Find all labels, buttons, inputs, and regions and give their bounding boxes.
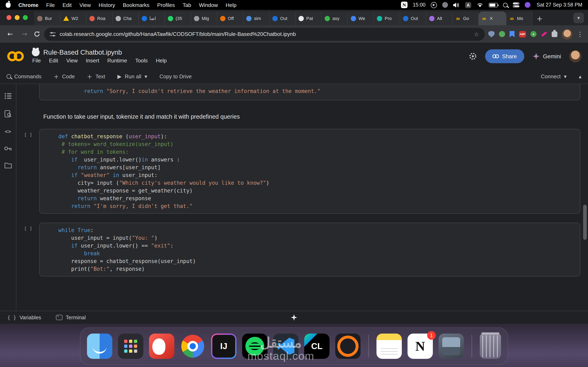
input-source-icon[interactable]: A <box>465 2 471 8</box>
settings-gear-icon[interactable] <box>468 52 477 60</box>
tab-search-button[interactable]: ▾ <box>573 13 584 23</box>
gemini-button[interactable]: Gemini <box>532 53 561 60</box>
bookmark-star-icon[interactable]: ☆ <box>474 31 479 37</box>
table-of-contents-icon[interactable] <box>4 93 12 99</box>
browser-tab[interactable]: ∞Go <box>452 11 479 25</box>
app-status-dot-icon[interactable] <box>525 2 530 8</box>
browser-tab[interactable]: ∞Mo <box>506 11 532 25</box>
collapse-header-icon[interactable]: ▴ <box>579 73 581 80</box>
browser-tab[interactable]: Off <box>217 11 243 25</box>
play-circle-icon[interactable]: ▶ <box>431 2 437 8</box>
browser-tab[interactable]: Cha <box>113 11 139 25</box>
apple-menu-icon[interactable] <box>6 2 11 8</box>
browser-tab[interactable]: Pro <box>374 11 400 25</box>
site-settings-icon[interactable] <box>50 32 56 36</box>
dock-trash-icon[interactable] <box>480 334 501 359</box>
gemini-spark-button[interactable] <box>291 314 297 322</box>
new-tab-button[interactable]: + <box>532 14 547 25</box>
address-bar[interactable]: colab.research.google.com/github/HanaATa… <box>44 27 485 41</box>
browser-tab[interactable]: Roa <box>86 11 113 25</box>
browser-menu-icon[interactable]: ⋮ <box>577 30 583 38</box>
add-text-button[interactable]: +Text <box>87 73 105 80</box>
menubar-item[interactable]: Help <box>226 2 237 8</box>
browser-tab[interactable]: asy <box>322 11 348 25</box>
extensions-puzzle-icon[interactable] <box>552 31 557 37</box>
colab-menu-item[interactable]: Help <box>153 57 171 64</box>
commands-button[interactable]: Commands <box>7 73 42 80</box>
dock-clion-icon[interactable]: CL <box>304 334 329 359</box>
spotlight-icon[interactable] <box>503 3 508 7</box>
tab-close-icon[interactable]: × <box>489 16 493 21</box>
code-snippets-icon[interactable]: <> <box>5 128 11 134</box>
colab-menu-item[interactable]: View <box>63 57 82 64</box>
browser-tab[interactable]: Bur <box>34 11 61 25</box>
dock-notes-icon[interactable] <box>376 334 402 359</box>
code-cell[interactable]: [ ] while True: user_input = input("You:… <box>39 223 580 276</box>
connect-button[interactable]: Connect▾ <box>541 73 567 80</box>
browser-tab[interactable]: Alt <box>426 11 452 25</box>
browser-tab[interactable]: Mig <box>191 11 217 25</box>
secrets-key-icon[interactable] <box>4 146 12 151</box>
colab-menu-item[interactable]: File <box>29 57 45 64</box>
code-cell[interactable]: [ ] return "Sorry, I couldn't retrieve t… <box>39 84 580 100</box>
copy-to-drive-button[interactable]: Copy to Drive <box>159 73 192 80</box>
browser-tab[interactable]: ∞× <box>479 11 506 25</box>
run-all-button[interactable]: ▶Run all▾ <box>117 73 147 80</box>
colab-menu-item[interactable]: Insert <box>83 57 104 64</box>
browser-tab[interactable]: (35 <box>165 11 191 25</box>
dock-redapp-icon[interactable] <box>149 334 174 359</box>
browser-tab[interactable]: sim <box>243 11 269 25</box>
dock-spotify-icon[interactable] <box>242 334 268 359</box>
browser-tab[interactable]: Out <box>269 11 296 25</box>
notion-menubar-icon[interactable]: N <box>401 2 407 8</box>
menubar-item[interactable]: Bookmarks <box>123 2 149 8</box>
vertical-scrollbar[interactable] <box>583 205 587 240</box>
variables-button[interactable]: { }Variables <box>7 314 41 320</box>
account-avatar[interactable] <box>569 50 581 62</box>
adblock-plus-icon[interactable]: ABP <box>519 31 526 37</box>
files-folder-icon[interactable] <box>4 162 12 168</box>
menubar-item[interactable]: Profiles <box>157 2 175 8</box>
dock-intellij-icon[interactable]: IJ <box>211 334 236 359</box>
menubar-item[interactable]: Tab <box>183 2 191 8</box>
highlighter-extension-icon[interactable] <box>541 31 547 37</box>
terminal-button[interactable]: Terminal <box>56 314 86 320</box>
volume-icon[interactable] <box>453 2 460 8</box>
menubar-item[interactable]: History <box>99 2 115 8</box>
menubar-item[interactable]: Edit <box>62 2 72 8</box>
colab-menu-item[interactable]: Tools <box>132 57 152 64</box>
cell-run-bracket[interactable]: [ ] <box>24 132 32 137</box>
forward-button[interactable]: → <box>19 30 30 38</box>
url-text[interactable]: colab.research.google.com/github/HanaATa… <box>60 31 470 37</box>
close-window-button[interactable] <box>7 15 11 20</box>
colab-menu-item[interactable]: Runtime <box>104 57 132 64</box>
browser-tab[interactable]: اضا <box>139 11 165 25</box>
minimize-window-button[interactable] <box>15 15 20 20</box>
battery-icon[interactable] <box>489 3 498 7</box>
dock-ring-icon[interactable] <box>335 334 361 359</box>
colab-logo[interactable] <box>7 50 25 62</box>
browser-tab[interactable]: Out <box>400 11 426 25</box>
code-editor[interactable]: def chatbot_response (user_input): # tok… <box>40 129 580 213</box>
green-extension-icon[interactable] <box>499 31 505 37</box>
browser-tab[interactable]: W2 <box>61 11 86 25</box>
code-cell[interactable]: [ ] def chatbot_response (user_input): #… <box>39 129 580 214</box>
find-in-notebook-icon[interactable] <box>4 110 11 117</box>
dock-notion-icon[interactable]: N1 <box>407 334 433 359</box>
shield-extension-icon[interactable] <box>488 31 494 37</box>
profile-avatar[interactable] <box>562 29 572 39</box>
dock-launchpad-icon[interactable] <box>118 334 143 359</box>
add-code-button[interactable]: +Code <box>54 73 75 80</box>
notebook-title[interactable]: Rule-Based Chatbot.ipynb <box>43 48 122 56</box>
add-extension-icon[interactable]: + <box>530 31 536 37</box>
record-dot-icon[interactable] <box>442 2 448 8</box>
cell-run-bracket[interactable]: [ ] <box>24 226 32 231</box>
dock-chrome-icon[interactable] <box>180 334 205 359</box>
colab-menu-item[interactable]: Edit <box>46 57 63 64</box>
control-center-icon[interactable] <box>513 2 519 7</box>
back-button[interactable]: ← <box>5 30 16 38</box>
reload-button[interactable] <box>34 31 40 38</box>
browser-tab[interactable]: We <box>348 11 374 25</box>
browser-tab[interactable]: Pat <box>296 11 322 25</box>
bookmark-extension-icon[interactable] <box>510 31 515 37</box>
